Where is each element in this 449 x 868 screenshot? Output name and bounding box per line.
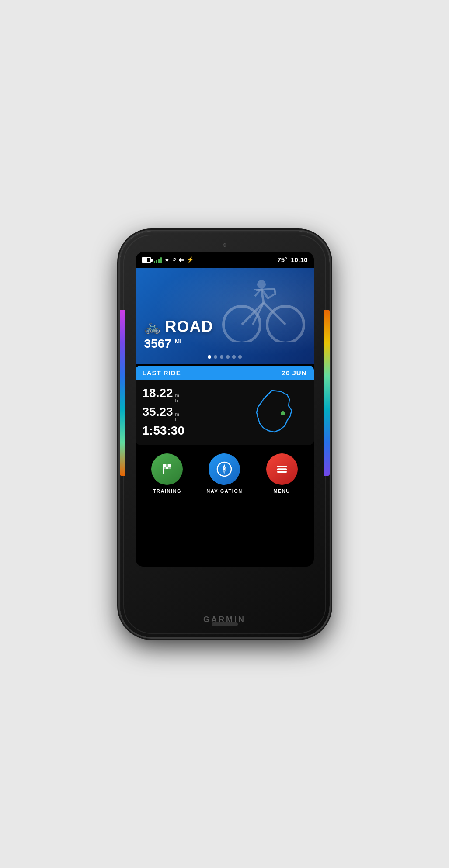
last-ride-body: 18.22 m h 35.23 m i 1:53	[136, 380, 314, 445]
stat-time: 1:53:30	[143, 424, 237, 438]
status-right-info: 75° 10:10	[277, 256, 307, 263]
left-color-strip	[120, 310, 125, 476]
bluetooth-icon: ★	[164, 256, 170, 263]
training-circle[interactable]	[151, 453, 183, 485]
stat-distance-value: 35.23	[143, 405, 173, 419]
cyclist-silhouette	[218, 272, 305, 342]
garmin-device: ★ ↺ ◖≡ ⚡ 75° 10:10	[120, 231, 330, 637]
svg-rect-20	[166, 467, 168, 469]
navigation-button[interactable]: NAVIGATION	[206, 453, 242, 494]
dot-4	[226, 355, 230, 359]
stat-time-value: 1:53:30	[143, 424, 185, 438]
svg-line-7	[275, 289, 275, 295]
svg-rect-18	[168, 464, 171, 467]
sync-icon: ↺	[172, 257, 176, 263]
svg-rect-28	[277, 471, 287, 473]
last-ride-stats: 18.22 m h 35.23 m i 1:53	[143, 386, 237, 439]
last-ride-card[interactable]: LAST RIDE 26 JUN 18.22 m h 35.23	[136, 366, 314, 445]
hero-content: 🚲 ROAD 3567 MI	[144, 318, 213, 351]
last-ride-header: LAST RIDE 26 JUN	[136, 366, 314, 380]
training-label: TRAINING	[153, 488, 181, 494]
hero-distance: 3567 MI	[144, 337, 213, 351]
stat-distance-unit1: m	[175, 412, 179, 417]
activity-title: 🚲 ROAD	[144, 318, 213, 336]
device-screen: ★ ↺ ◖≡ ⚡ 75° 10:10	[136, 252, 314, 567]
hero-activity-card[interactable]: 🚲 ROAD 3567 MI	[136, 268, 314, 364]
stat-distance-unit2: i	[175, 417, 179, 422]
flash-icon: ⚡	[187, 256, 194, 263]
signal-bars-icon	[154, 257, 162, 263]
svg-point-14	[281, 411, 285, 415]
dot-5	[232, 355, 236, 359]
stat-speed-value: 18.22	[143, 386, 173, 400]
carousel-dots	[208, 355, 242, 359]
battery-icon	[142, 257, 151, 263]
navigation-circle[interactable]	[209, 453, 240, 485]
svg-rect-16	[164, 464, 166, 467]
brightness-icon: ◖≡	[179, 257, 184, 263]
garmin-brand-logo: GARMIN	[203, 615, 246, 624]
right-color-strip	[324, 310, 330, 476]
stat-speed-unit2: h	[175, 398, 179, 403]
svg-rect-15	[163, 464, 164, 474]
svg-point-25	[223, 468, 226, 470]
svg-line-6	[261, 289, 275, 290]
status-left-icons: ★ ↺ ◖≡ ⚡	[142, 256, 194, 263]
svg-rect-21	[168, 467, 171, 469]
temperature-display: 75°	[277, 256, 287, 263]
svg-rect-26	[277, 466, 287, 467]
action-buttons-row: TRAINING NAVIGATION	[136, 446, 314, 500]
navigation-label: NAVIGATION	[206, 488, 242, 494]
navigation-compass-icon	[216, 460, 233, 478]
last-ride-label: LAST RIDE	[143, 369, 181, 377]
status-bar: ★ ↺ ◖≡ ⚡ 75° 10:10	[136, 252, 314, 268]
dot-1	[208, 355, 211, 359]
dot-6	[238, 355, 242, 359]
svg-rect-27	[277, 468, 287, 470]
last-ride-date: 26 JUN	[282, 369, 307, 377]
dot-2	[214, 355, 217, 359]
camera-dot	[223, 243, 226, 247]
svg-line-5	[253, 303, 264, 325]
svg-line-12	[268, 294, 275, 298]
dot-3	[220, 355, 223, 359]
svg-point-10	[257, 280, 266, 289]
training-button[interactable]: TRAINING	[151, 453, 183, 494]
time-display: 10:10	[291, 256, 307, 263]
menu-circle[interactable]	[266, 453, 298, 485]
menu-button[interactable]: MENU	[266, 453, 298, 494]
route-map	[237, 386, 307, 439]
stat-speed-unit1: m	[175, 393, 179, 398]
svg-rect-17	[166, 464, 168, 467]
stat-distance: 35.23 m i	[143, 405, 237, 422]
menu-label: MENU	[273, 488, 290, 494]
activity-bike-icon: 🚲	[144, 319, 161, 334]
svg-rect-19	[164, 467, 166, 469]
menu-hamburger-icon	[275, 462, 289, 477]
training-flag-icon	[159, 461, 175, 477]
stat-speed: 18.22 m h	[143, 386, 237, 403]
